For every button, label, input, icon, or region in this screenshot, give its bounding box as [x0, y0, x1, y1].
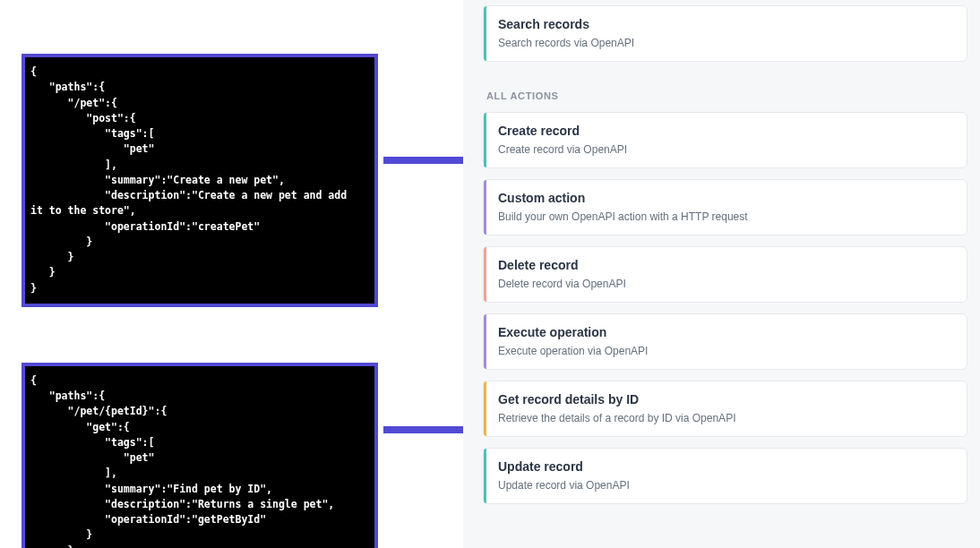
code-block-get-pet-by-id: { "paths":{ "/pet/{petId}":{ "get":{ "ta… [21, 363, 378, 548]
action-title: Execute operation [498, 325, 952, 339]
code-snippets-column: { "paths":{ "/pet":{ "post":{ "tags":[ "… [21, 54, 378, 548]
action-title: Update record [498, 459, 952, 474]
section-label-all-actions: ALL ACTIONS [486, 90, 967, 101]
action-card-delete-record[interactable]: Delete record Delete record via OpenAPI [483, 246, 967, 303]
action-desc: Search records via OpenAPI [498, 37, 952, 49]
action-desc: Delete record via OpenAPI [498, 278, 952, 290]
action-title: Create record [498, 124, 952, 138]
action-desc: Retrieve the details of a record by ID v… [498, 412, 952, 424]
action-desc: Build your own OpenAPI action with a HTT… [498, 210, 952, 223]
action-card-get-record-details[interactable]: Get record details by ID Retrieve the de… [483, 381, 967, 437]
action-card-search-records[interactable]: Search records Search records via OpenAP… [483, 5, 967, 62]
action-title: Get record details by ID [498, 392, 952, 407]
action-title: Custom action [498, 191, 952, 205]
action-card-custom-action[interactable]: Custom action Build your own OpenAPI act… [483, 179, 967, 235]
action-desc: Execute operation via OpenAPI [498, 345, 952, 357]
code-block-create-pet: { "paths":{ "/pet":{ "post":{ "tags":[ "… [21, 54, 378, 307]
action-title: Search records [498, 17, 952, 31]
actions-panel: Search records Search records via OpenAP… [463, 0, 980, 548]
action-title: Delete record [498, 258, 952, 272]
action-card-create-record[interactable]: Create record Create record via OpenAPI [483, 112, 967, 168]
action-desc: Create record via OpenAPI [498, 143, 952, 156]
action-card-execute-operation[interactable]: Execute operation Execute operation via … [483, 313, 967, 370]
action-card-update-record[interactable]: Update record Update record via OpenAPI [483, 448, 967, 504]
action-desc: Update record via OpenAPI [498, 479, 952, 492]
actions-list: Search records Search records via OpenAP… [463, 0, 980, 504]
